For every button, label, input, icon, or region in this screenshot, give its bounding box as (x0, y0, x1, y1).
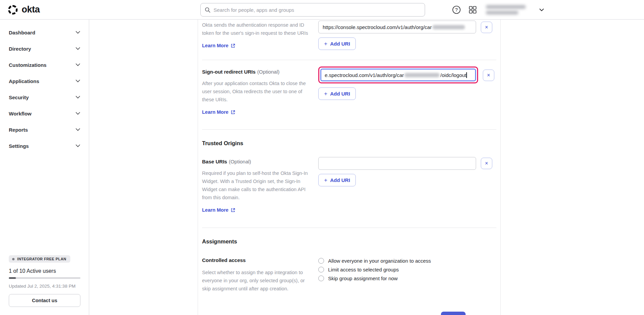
trusted-origins-section: Trusted Origins Base URIs(Optional) Requ… (202, 130, 500, 213)
signin-redirect-section: Okta sends the authentication response a… (202, 20, 500, 50)
plan-dot-icon (12, 258, 15, 260)
redacted-org-segment (404, 73, 440, 77)
trusted-origins-learn-more-link[interactable]: Learn More (202, 207, 235, 213)
redacted-org-segment (432, 25, 465, 29)
assignments-heading: Assignments (202, 238, 500, 245)
signout-redirect-section: Sign-out redirect URIs(Optional) After y… (202, 60, 500, 115)
chevron-down-icon (76, 31, 80, 34)
chevron-down-icon (76, 47, 80, 50)
radio-skip-assignment[interactable]: Skip group assignment for now (318, 275, 496, 281)
chevron-down-icon (76, 63, 80, 66)
account-name-redacted (486, 5, 526, 15)
radio-icon (318, 267, 324, 272)
signin-description: Okta sends the authentication response a… (202, 21, 314, 37)
global-search[interactable] (200, 3, 425, 17)
active-users-progressbar (9, 277, 80, 279)
chevron-down-icon (76, 145, 80, 147)
apps-grid-icon[interactable] (468, 5, 478, 15)
chevron-down-icon (76, 112, 80, 115)
signin-learn-more-link[interactable]: Learn More (202, 43, 235, 48)
signout-add-uri-button[interactable]: + Add URI (318, 87, 356, 100)
controlled-access-label: Controlled access (202, 257, 314, 263)
usage-updated-timestamp: Updated Jul 2, 2025, 4:31:38 PM (9, 284, 80, 289)
base-uris-label: Base URIs(Optional) (202, 159, 314, 164)
chevron-down-icon (76, 128, 80, 131)
app-settings-panel: Okta sends the authentication response a… (198, 20, 501, 315)
active-users-progress-fill (9, 277, 16, 279)
plus-icon: + (324, 177, 327, 184)
trusted-origins-heading: Trusted Origins (202, 140, 500, 147)
search-icon (205, 7, 210, 13)
signin-redirect-uri-input[interactable]: https://console.spectrocloud.com/v1/auth… (318, 21, 476, 33)
remove-signin-uri-button[interactable]: × (481, 22, 492, 33)
account-menu-chevron-icon[interactable] (537, 5, 547, 15)
contact-us-button[interactable]: Contact us (9, 294, 80, 307)
assignments-section: Assignments Controlled access Select whe… (202, 228, 500, 293)
signout-description: After your application contacts Okta to … (202, 79, 314, 104)
sidebar-item-security[interactable]: Security (0, 89, 89, 105)
signout-learn-more-link[interactable]: Learn More (202, 109, 235, 115)
chevron-down-icon (76, 96, 80, 99)
active-users-count: 1 of 10 Active users (9, 268, 80, 274)
form-footer: Save Cancel (202, 312, 500, 315)
remove-signout-uri-button[interactable]: × (483, 70, 494, 81)
sidebar-nav: Dashboard Directory Customizations Appli… (0, 20, 89, 154)
remove-base-uri-button[interactable]: × (481, 158, 492, 169)
okta-sunburst-icon (8, 5, 18, 15)
base-uri-add-button[interactable]: + Add URI (318, 174, 356, 186)
sidebar: Dashboard Directory Customizations Appli… (0, 20, 89, 315)
radio-allow-everyone[interactable]: Allow everyone in your organization to a… (318, 258, 496, 264)
sidebar-item-dashboard[interactable]: Dashboard (0, 24, 89, 41)
top-bar: okta ? (0, 0, 644, 20)
radio-icon (318, 275, 324, 281)
sidebar-item-workflow[interactable]: Workflow (0, 105, 89, 122)
external-link-icon (231, 208, 235, 212)
plan-badge: INTEGRATOR FREE PLAN (9, 255, 70, 263)
base-uri-input[interactable] (318, 157, 476, 170)
save-button[interactable]: Save (441, 312, 466, 315)
chevron-down-icon (76, 80, 80, 82)
plus-icon: + (324, 90, 327, 97)
sidebar-item-directory[interactable]: Directory (0, 41, 89, 57)
help-icon[interactable]: ? (451, 5, 462, 15)
external-link-icon (231, 110, 235, 114)
external-link-icon (231, 44, 235, 48)
sidebar-item-reports[interactable]: Reports (0, 122, 89, 138)
search-input[interactable] (214, 7, 421, 13)
signout-redirect-uri-input[interactable]: e.spectrocloud.com/v1/auth/org/car/oidc/… (320, 69, 476, 81)
sidebar-item-settings[interactable]: Settings (0, 138, 89, 154)
controlled-access-description: Select whether to assign the app integra… (202, 268, 314, 293)
okta-logo[interactable]: okta (8, 4, 40, 15)
radio-limit-groups[interactable]: Limit access to selected groups (318, 267, 496, 272)
sidebar-item-applications[interactable]: Applications (0, 73, 89, 89)
base-uris-description: Required if you plan to self-host the Ok… (202, 169, 314, 202)
radio-icon (318, 258, 324, 264)
brand-name: okta (22, 4, 40, 15)
plus-icon: + (324, 41, 327, 47)
svg-text:?: ? (455, 7, 458, 12)
sidebar-item-customizations[interactable]: Customizations (0, 57, 89, 73)
signout-label: Sign-out redirect URIs(Optional) (202, 69, 314, 75)
click-annotation-highlight: e.spectrocloud.com/v1/auth/org/car/oidc/… (318, 67, 478, 83)
text-caret (466, 72, 467, 78)
signin-add-uri-button[interactable]: + Add URI (318, 37, 356, 50)
